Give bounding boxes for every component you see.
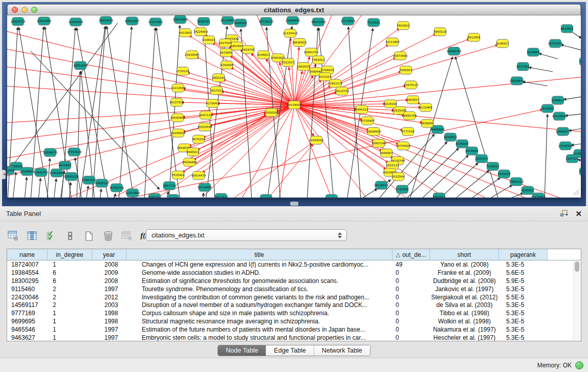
cell-out-de-[interactable]: 0 [393, 318, 430, 325]
graph-node[interactable]: 11940274 [324, 194, 339, 198]
graph-edge[interactable] [569, 128, 581, 131]
graph-node[interactable]: 8215958 [541, 104, 554, 113]
graph-node[interactable]: 9352617 [433, 193, 446, 198]
float-panel-icon[interactable] [560, 209, 568, 218]
cell-in-degree[interactable]: 1 [48, 326, 92, 333]
graph-node[interactable]: 12975115 [404, 81, 419, 89]
network-view-window[interactable]: citations_edges.txt 24055724206914061265… [7, 4, 581, 198]
graph-edge[interactable] [38, 178, 40, 198]
graph-node[interactable]: 8216160 [384, 100, 397, 108]
graph-node[interactable]: 18640910 [292, 38, 307, 47]
graph-node[interactable]: 9329966 [527, 48, 540, 56]
graph-node[interactable]: 9463627 [407, 96, 420, 104]
cell-short[interactable]: Yano et al. (2008) [430, 261, 499, 268]
graph-node[interactable]: 12658409 [69, 18, 83, 26]
graph-edge[interactable] [522, 82, 548, 86]
tab-network-table[interactable]: Network Table [314, 345, 370, 356]
graph-node[interactable]: 12505125 [64, 172, 79, 181]
graph-edge[interactable] [31, 51, 160, 189]
graph-edge[interactable] [79, 26, 105, 198]
cell-year[interactable]: 2008 [92, 277, 126, 285]
table-row[interactable]: 977716911998Corpus callosum shape and si… [7, 309, 581, 317]
graph-node[interactable]: 7955812 [312, 56, 325, 64]
graph-node[interactable]: 1244413 [552, 96, 564, 104]
graph-edge[interactable] [144, 28, 155, 198]
cell-pagerank[interactable]: 5.3E-5 [499, 301, 548, 309]
resize-grip-icon[interactable] [577, 193, 579, 195]
graph-node[interactable]: 9146827 [496, 39, 509, 48]
cell-name[interactable]: 9465546 [7, 326, 48, 333]
table-row[interactable]: 1456911722003Disruption of a novel membe… [7, 301, 581, 309]
graph-node[interactable]: 8454749 [242, 46, 255, 54]
table-row[interactable]: 969969511998Structural magnetic resonanc… [7, 317, 581, 325]
graph-node[interactable]: 7515526 [367, 18, 380, 27]
graph-node[interactable]: 9227341 [517, 62, 530, 71]
graph-node[interactable]: 7625402 [172, 171, 185, 179]
graph-edge[interactable] [100, 189, 101, 198]
graph-node[interactable]: 24055724 [11, 17, 26, 26]
cell-title[interactable]: Investigating the contribution of common… [126, 294, 393, 301]
graph-node[interactable]: 9081234 [148, 193, 161, 198]
graph-node[interactable]: 16648784 [447, 47, 462, 55]
graph-node[interactable]: 9856743 [198, 17, 210, 26]
graph-edge[interactable] [358, 189, 377, 198]
graph-edge[interactable] [438, 163, 478, 198]
table-row[interactable]: 946554611997Estimation of the future num… [7, 325, 581, 334]
table-row[interactable]: 2242004622012Investigating the contribut… [7, 293, 581, 301]
cell-short[interactable]: Wolkin et al. (1998) [430, 318, 499, 325]
cell-pagerank[interactable]: 5.3E-5 [499, 326, 548, 333]
table-selector[interactable]: citations_edges.txt [146, 229, 347, 241]
cell-name[interactable]: 14569117 [7, 301, 48, 309]
graph-node[interactable]: 13379622 [341, 17, 355, 25]
graph-node[interactable]: 11325419 [283, 29, 298, 37]
graph-node[interactable]: 1621025 [319, 73, 332, 81]
graph-edge[interactable] [7, 31, 294, 105]
cell-in-degree[interactable]: 1 [48, 310, 92, 317]
table-row[interactable]: 1938455462009Genome-wide association stu… [7, 269, 581, 277]
graph-node[interactable]: 2803144 [212, 74, 225, 82]
cell-in-degree[interactable]: 2 [48, 301, 92, 309]
graph-node[interactable]: 10688609 [366, 127, 381, 136]
column-header-out-de-[interactable]: △out_de... [393, 249, 430, 260]
graph-node[interactable]: 17016504 [558, 142, 573, 150]
graph-node[interactable]: 16107554 [169, 98, 184, 106]
graph-node[interactable]: 1733426 [396, 185, 409, 193]
graph-edge[interactable] [539, 53, 558, 59]
table-options-icon[interactable] [7, 229, 19, 243]
graph-node[interactable]: 8912956 [468, 33, 481, 41]
tab-node-table[interactable]: Node Table [218, 345, 266, 356]
graph-node[interactable]: 11451944 [50, 169, 64, 177]
tab-edge-table[interactable]: Edge Table [266, 345, 313, 356]
graph-edge[interactable] [468, 178, 500, 198]
graph-node[interactable]: 2935114 [475, 155, 488, 163]
column-header-pagerank[interactable]: pagerank [499, 249, 548, 260]
cell-short[interactable]: de Silva et al. (2003) [430, 301, 499, 309]
graph-node[interactable]: 16853809 [173, 15, 188, 24]
graph-node[interactable]: 16549485 [170, 114, 185, 122]
cell-short[interactable]: Hescheler et al. (1997) [430, 334, 499, 341]
table-row[interactable]: 946362711997Embryonic stem cells: a mode… [7, 334, 581, 341]
graph-node[interactable]: 20053346 [73, 61, 88, 70]
graph-node[interactable]: 5875685 [220, 49, 233, 57]
graph-node[interactable]: 16099489 [182, 158, 197, 166]
graph-node[interactable]: 19166825 [171, 129, 186, 137]
graph-node[interactable]: 12323448 [125, 189, 140, 197]
cell-title[interactable]: Tourette syndrome. Phenomenology and cla… [126, 286, 393, 293]
cell-in-degree[interactable]: 2 [48, 286, 92, 293]
cell-short[interactable]: Dudbridge et al. (2008) [430, 277, 499, 285]
cell-out-de-[interactable]: 0 [393, 301, 430, 309]
table-scrollbar[interactable] [573, 260, 580, 340]
graph-node[interactable]: 18495794 [402, 112, 417, 120]
attribute-table[interactable]: namein_degreeyeartitle△out_de...shortpag… [7, 249, 581, 341]
graph-node[interactable]: 16914479 [191, 171, 206, 180]
cell-year[interactable]: 2003 [92, 301, 126, 309]
graph-node[interactable]: 6379197 [456, 140, 469, 148]
cell-name[interactable]: 9699695 [7, 318, 48, 325]
graph-node[interactable]: 1962615 [297, 62, 310, 71]
graph-node[interactable]: 9777169 [402, 127, 415, 136]
graph-node[interactable]: 9267130 [200, 111, 212, 119]
graph-node[interactable]: 7932621 [487, 162, 499, 170]
cell-out-de-[interactable]: 0 [393, 277, 430, 285]
cell-year[interactable]: 1997 [92, 326, 126, 333]
table-scrollbar-thumb[interactable] [575, 261, 579, 272]
